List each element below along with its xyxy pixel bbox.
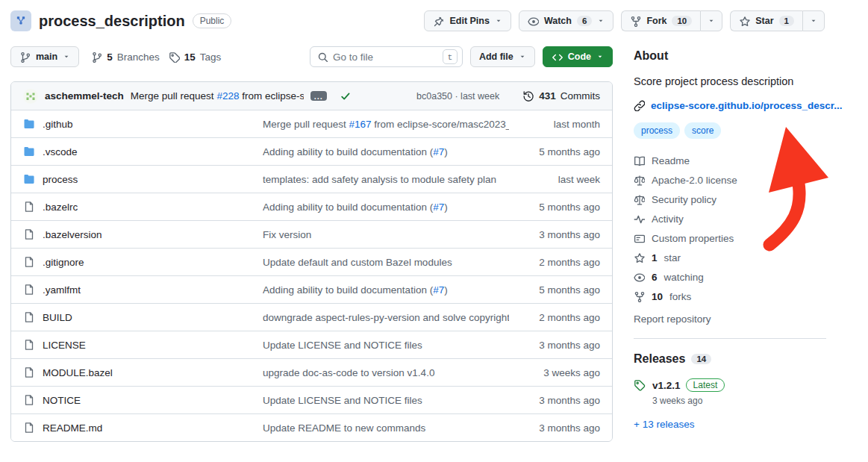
fork-icon [634, 291, 645, 302]
star-count: 1 [779, 16, 794, 26]
tags-link[interactable]: 15 Tags [169, 51, 222, 63]
go-to-file-input[interactable]: Go to file t [310, 46, 463, 67]
topic-tag[interactable]: score [684, 122, 721, 139]
chevron-down-icon [495, 17, 502, 25]
file-name-link[interactable]: .gitignore [43, 257, 84, 268]
checks-passed-icon[interactable] [340, 90, 352, 102]
commit-date-cell: last month [509, 119, 600, 130]
commit-message[interactable]: Merge pull request #228 from eclipse-sco… [131, 90, 304, 102]
file-name-link[interactable]: .vscode [43, 146, 78, 157]
table-row[interactable]: LICENSE Update LICENSE and NOTICE files … [11, 331, 612, 358]
latest-release[interactable]: v1.2.1 Latest 3 weeks ago [634, 378, 826, 406]
table-row[interactable]: .yamlfmt Adding ability to build documen… [11, 275, 612, 303]
file-name-link[interactable]: .github [43, 119, 73, 130]
about-links: Readme Apache-2.0 license Security polic… [634, 151, 826, 306]
commit-message-cell: upgrade doc-as-code to version v1.4.0 [263, 367, 509, 378]
file-name-link[interactable]: README.md [43, 422, 102, 434]
star-button[interactable]: Star 1 [730, 10, 802, 31]
chevron-down-icon [63, 53, 70, 60]
commit-author-link[interactable]: aschemmel-tech [45, 90, 124, 102]
star-dropdown-button[interactable] [802, 10, 825, 31]
commit-message-cell: Adding ability to build documentation (#… [263, 202, 509, 213]
table-row[interactable]: .bazelversion Fix version 3 months ago [11, 220, 612, 248]
file-icon [23, 366, 35, 378]
file-name-link[interactable]: .bazelversion [43, 229, 102, 240]
file-table-body: .github Merge pull request #167 from ecl… [11, 110, 612, 441]
sidebar-item-activity[interactable]: Activity [634, 209, 826, 228]
website-row: eclipse-score.github.io/process_descr... [634, 100, 826, 111]
pr-link[interactable]: #167 [349, 119, 372, 130]
edit-pins-button[interactable]: Edit Pins [424, 10, 511, 31]
file-name-link[interactable]: NOTICE [43, 395, 81, 406]
file-name-link[interactable]: .yamlfmt [43, 284, 81, 296]
file-name-cell: MODULE.bazel [23, 366, 263, 378]
branches-link[interactable]: 5 Branches [91, 51, 160, 63]
org-avatar[interactable] [10, 10, 31, 31]
sidebar-item-star[interactable]: 1 star [634, 248, 826, 267]
commit-sha-and-time[interactable]: bc0a350 · last week [416, 91, 499, 102]
sidebar-item-custom-properties[interactable]: Custom properties [634, 228, 826, 248]
sidebar-item-readme[interactable]: Readme [634, 151, 826, 170]
github-repo-page: process_description Public Edit Pins Wat… [0, 0, 868, 462]
pr-link[interactable]: #7 [433, 202, 444, 213]
chevron-down-icon [519, 53, 526, 60]
fork-button[interactable]: Fork 10 [621, 10, 700, 31]
add-file-button[interactable]: Add file [470, 46, 535, 67]
file-icon [23, 311, 35, 323]
file-name-cell: .github [23, 118, 263, 130]
code-icon [552, 51, 563, 63]
file-name-cell: README.md [23, 422, 263, 434]
table-row[interactable]: .bazelrc Adding ability to build documen… [11, 193, 612, 220]
commit-date-cell: 2 months ago [509, 312, 600, 323]
commit-message-cell: Adding ability to build documentation (#… [263, 284, 509, 296]
eye-icon [634, 272, 645, 283]
file-browser: aschemmel-tech Merge pull request #228 f… [10, 81, 613, 442]
repo-title[interactable]: process_description [39, 13, 185, 30]
branch-selector[interactable]: main [10, 46, 79, 67]
table-row[interactable]: process templates: add safety analysis t… [11, 165, 612, 193]
code-button[interactable]: Code [543, 46, 613, 67]
sidebar-item-security-policy[interactable]: Security policy [634, 190, 826, 209]
release-version: v1.2.1 [652, 380, 681, 391]
table-row[interactable]: .gitignore Update default and custom Baz… [11, 248, 612, 275]
commit-date-cell: 5 months ago [509, 284, 600, 296]
topic-tag[interactable]: process [634, 122, 680, 139]
more-releases-link[interactable]: + 13 releases [634, 419, 694, 430]
org-logo-icon [14, 14, 28, 28]
commit-message-expander-button[interactable]: ... [310, 91, 327, 101]
file-name-link[interactable]: BUILD [43, 312, 72, 323]
commit-author-avatar[interactable] [23, 89, 38, 104]
sidebar-item-apache-2-0-license[interactable]: Apache-2.0 license [634, 170, 826, 190]
table-row[interactable]: MODULE.bazel upgrade doc-as-code to vers… [11, 358, 612, 386]
commit-date-cell: 3 months ago [509, 395, 600, 406]
sidebar-item-forks[interactable]: 10 forks [634, 287, 826, 306]
commit-date-cell: 3 weeks ago [509, 367, 600, 378]
report-repository-link[interactable]: Report repository [634, 313, 711, 325]
commit-date-cell: 2 months ago [509, 257, 600, 268]
file-name-link[interactable]: process [43, 174, 78, 185]
file-name-link[interactable]: LICENSE [43, 340, 86, 351]
table-row[interactable]: .github Merge pull request #167 from ecl… [11, 110, 612, 137]
commit-message-cell: Update default and custom Bazel modules [263, 257, 509, 268]
pr-link[interactable]: #7 [433, 284, 444, 296]
pr-link[interactable]: #7 [433, 146, 444, 157]
file-name-cell: .bazelrc [23, 201, 263, 213]
pr-link[interactable]: #228 [216, 90, 239, 102]
table-row[interactable]: NOTICE Update LICENSE and NOTICE files 3… [11, 386, 612, 413]
fork-dropdown-button[interactable] [700, 10, 722, 31]
table-row[interactable]: README.md Update README to new commands … [11, 413, 612, 441]
commit-history-link[interactable]: 431 Commits [522, 90, 600, 102]
releases-title: Releases 14 [634, 352, 826, 366]
file-name-link[interactable]: MODULE.bazel [43, 367, 113, 378]
release-time: 3 weeks ago [652, 396, 725, 406]
code-toolbar: main 5 Branches 15 Tags Go to file [10, 46, 613, 67]
watch-button[interactable]: Watch 6 [519, 10, 613, 31]
sidebar-item-watching[interactable]: 6 watching [634, 267, 826, 287]
table-row[interactable]: BUILD downgrade aspect-rules-py-version … [11, 303, 612, 331]
file-name-link[interactable]: .bazelrc [43, 202, 78, 213]
commit-date-cell: last week [509, 174, 600, 185]
commit-message-cell: templates: add safety analysis to module… [263, 174, 509, 185]
toolbar-right: Go to file t Add file Code [310, 46, 613, 67]
website-link[interactable]: eclipse-score.github.io/process_descr... [651, 100, 843, 111]
table-row[interactable]: .vscode Adding ability to build document… [11, 137, 612, 165]
